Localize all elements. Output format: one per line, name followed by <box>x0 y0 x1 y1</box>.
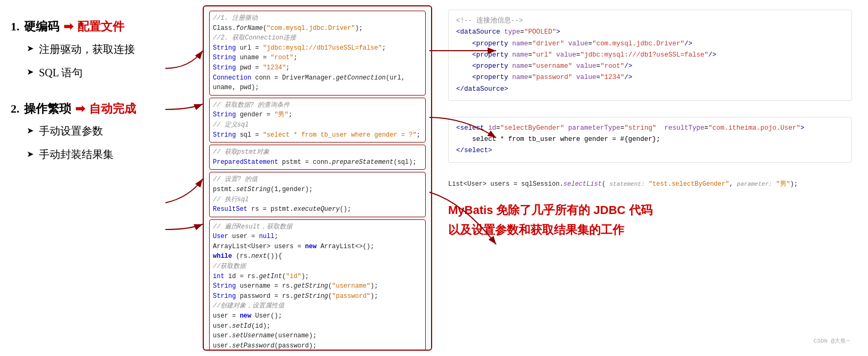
xml-prop-url: <property name="url" value="jdbc:mysql:/… <box>456 50 844 61</box>
code-line16: String password = rs.getString("password… <box>213 291 422 302</box>
sub3: ➤ 手动设置参数 <box>27 121 192 140</box>
xml-datasource-open: <dataSource type="POOLED"> <box>456 27 844 38</box>
sub2: ➤ SQL 语句 <box>27 63 192 82</box>
code-section-1: //1. 注册驱动 Class.forName("com.mysql.jdbc.… <box>209 11 426 96</box>
mybatis-note-line1: MyBatis 免除了几乎所有的 JDBC 代码 <box>448 200 852 220</box>
code-line18: user.setId(id); <box>213 321 422 331</box>
xml-prop-password: <property name="password" value="1234"/> <box>456 72 844 83</box>
code-line4: String pwd = "1234"; <box>213 63 422 73</box>
center-code-panel: //1. 注册驱动 Class.forName("com.mysql.jdbc.… <box>203 5 432 351</box>
comment5: // 获取pstmt对象 <box>213 147 422 157</box>
code-section-5: // 遍历Result，获取数据 User user = null; Array… <box>209 219 426 351</box>
sub4-bullet: ➤ <box>27 147 34 162</box>
code-line8: PreparedStatement pstmt = conn.prepareSt… <box>213 157 422 168</box>
code-line7: String sql = "select * from tb_user wher… <box>213 130 422 140</box>
xml-prop-driver: <property name="driver" value="com.mysql… <box>456 38 844 50</box>
code-section-4: // 设置? 的值 pstmt.setString(1,gender); // … <box>209 172 426 217</box>
comment3: // 获取数据? 的查询条件 <box>213 100 422 110</box>
csdn-watermark: CSDN @大鱼~ <box>814 336 850 346</box>
sub2-text: SQL 语句 <box>39 63 83 82</box>
item1-arrow: ➡ <box>63 16 73 37</box>
item2-red: 自动完成 <box>89 98 136 120</box>
item1-num: 1. <box>11 16 20 37</box>
xml-comment1: <!-- 连接池信息--> <box>456 15 844 27</box>
item1: 1. 硬编码 ➡ 配置文件 <box>11 16 192 37</box>
code-line20: user.setPassword(password); <box>213 341 422 351</box>
code-line14: int id = rs.getInt("id"); <box>213 272 422 282</box>
left-panel: 1. 硬编码 ➡ 配置文件 ➤ 注册驱动，获取连接 ➤ SQL 语句 2. 操作… <box>11 5 192 351</box>
code-section-3: // 获取pstmt对象 PreparedStatement pstmt = c… <box>209 145 426 170</box>
xml-select-close: </select> <box>456 145 844 156</box>
xml-datasource-block: <!-- 连接池信息--> <dataSource type="POOLED">… <box>448 10 852 101</box>
item1-label: 硬编码 <box>24 16 59 37</box>
comment6: // 设置? 的值 <box>213 175 422 185</box>
sub4: ➤ 手动封装结果集 <box>27 145 192 164</box>
code-line3: String uname = "root"; <box>213 53 422 63</box>
xml-prop-username: <property name="username" value="root"/> <box>456 61 844 72</box>
comment9: //获取数据 <box>213 262 422 272</box>
comment10: //创建对象，设置属性值 <box>213 301 422 311</box>
sub1-bullet: ➤ <box>27 41 34 57</box>
xml-select-block: <select id="selectByGender" parameterTyp… <box>448 117 852 163</box>
code-line13: while (rs.next()){ <box>213 251 422 262</box>
item2-arrow: ➡ <box>75 98 85 120</box>
item1-red: 配置文件 <box>77 16 124 37</box>
sub3-text: 手动设置参数 <box>39 121 103 140</box>
mybatis-note: MyBatis 免除了几乎所有的 JDBC 代码 以及设置参数和获取结果集的工作 <box>448 200 852 240</box>
comment1: //1. 注册驱动 <box>213 13 422 23</box>
xml-datasource-close: </dataSource> <box>456 84 844 95</box>
code-section-2: // 获取数据? 的查询条件 String gender = "男"; // 定… <box>209 98 426 143</box>
code-line2: String url = "jdbc:mysql://db1?useSSL=fa… <box>213 43 422 53</box>
code-line12: ArrayList<User> users = new ArrayList<>(… <box>213 242 422 252</box>
code-line5: Connection conn = DriverManager.getConne… <box>213 73 422 93</box>
xml-select-open: <select id="selectByGender" parameterTyp… <box>456 123 844 134</box>
code-line19: user.setUsername(username); <box>213 331 422 341</box>
sub1: ➤ 注册驱动，获取连接 <box>27 39 192 59</box>
sub3-bullet: ➤ <box>27 123 34 139</box>
comment2: //2. 获取Connection连接 <box>213 33 422 43</box>
comment7: // 执行sql <box>213 195 422 205</box>
code-line10: ResultSet rs = pstmt.executeQuery(); <box>213 204 422 215</box>
comment4: // 定义sql <box>213 120 422 130</box>
sub4-text: 手动封装结果集 <box>39 145 114 164</box>
mybatis-note-line2: 以及设置参数和获取结果集的工作 <box>448 220 852 240</box>
sub2-bullet: ➤ <box>27 65 34 80</box>
comment8: // 遍历Result，获取数据 <box>213 222 422 232</box>
list-call: List<User> users = sqlSession.selectList… <box>448 179 852 189</box>
right-panel: <!-- 连接池信息--> <dataSource type="POOLED">… <box>443 5 857 351</box>
item2-num: 2. <box>11 98 20 120</box>
main-container: 1. 硬编码 ➡ 配置文件 ➤ 注册驱动，获取连接 ➤ SQL 语句 2. 操作… <box>0 0 868 356</box>
code-line9: pstmt.setString(1,gender); <box>213 185 422 195</box>
code-line17: user = new User(); <box>213 311 422 321</box>
item2: 2. 操作繁琐 ➡ 自动完成 <box>11 98 192 120</box>
code-line15: String username = rs.getString("username… <box>213 281 422 291</box>
code-line1: Class.forName("com.mysql.jdbc.Driver"); <box>213 23 422 34</box>
item2-label: 操作繁琐 <box>24 98 71 120</box>
code-line6: String gender = "男"; <box>213 110 422 120</box>
xml-select-body: select * from tb_user where gender = #{g… <box>456 134 844 145</box>
code-line11: User user = null; <box>213 232 422 242</box>
sub1-text: 注册驱动，获取连接 <box>39 39 135 59</box>
